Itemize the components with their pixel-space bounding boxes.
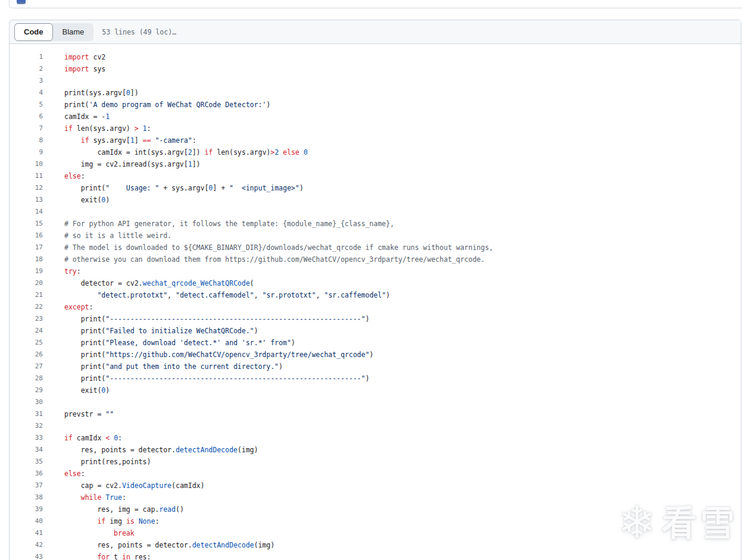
line-number[interactable]: 10 (10, 158, 43, 170)
code-line: 8 if sys.argv[1] == "-camera": (10, 134, 741, 146)
code-text: print("Please, download 'detect.*' and '… (43, 337, 295, 349)
code-text: cap = cv2.VideoCapture(camIdx) (43, 480, 204, 492)
line-number[interactable]: 3 (10, 75, 43, 87)
code-line: 4print(sys.argv[0]) (10, 87, 741, 99)
code-text: print("and put them into the current dir… (43, 361, 283, 373)
line-number[interactable]: 11 (10, 170, 43, 182)
line-number[interactable]: 1 (10, 51, 43, 63)
tab-code[interactable]: Code (14, 23, 53, 41)
code-text: camIdx = -1 (43, 111, 110, 123)
code-lines: 1import cv22import sys34print(sys.argv[0… (10, 44, 741, 560)
code-line: 20 detector = cv2.wechat_qrcode_WeChatQR… (10, 277, 741, 289)
line-number[interactable]: 2 (10, 63, 43, 75)
code-line: 14 (10, 206, 741, 218)
line-number[interactable]: 25 (10, 337, 43, 349)
line-number[interactable]: 42 (10, 539, 43, 551)
code-line: 17# The model is downloaded to ${CMAKE_B… (10, 242, 741, 254)
code-line: 31prevstr = "" (10, 408, 741, 420)
line-number[interactable]: 7 (10, 123, 43, 134)
code-text: res, img = cap.read() (43, 503, 184, 515)
line-number[interactable]: 27 (10, 361, 43, 373)
line-number[interactable]: 20 (10, 277, 43, 289)
line-number[interactable]: 36 (10, 468, 43, 480)
file-metadata: 53 lines (49 loc)… (102, 28, 176, 36)
line-number[interactable]: 12 (10, 182, 43, 194)
line-number[interactable]: 23 (10, 313, 43, 325)
line-number[interactable]: 17 (10, 242, 43, 254)
code-line: 43 for t in res: (10, 551, 741, 560)
code-text: detector = cv2.wechat_qrcode_WeChatQRCod… (43, 277, 254, 289)
code-line: 41 break (10, 527, 741, 539)
code-line: 21 "detect.prototxt", "detect.caffemodel… (10, 289, 741, 301)
code-text: else: (43, 468, 85, 480)
code-text: img = cv2.imread(sys.argv[1]) (43, 158, 201, 170)
line-number[interactable]: 37 (10, 480, 43, 492)
line-number[interactable]: 41 (10, 527, 43, 539)
code-line: 3 (10, 75, 741, 87)
line-number[interactable]: 35 (10, 456, 43, 468)
code-line: 24 print("Failed to initialize WeChatQRC… (10, 325, 741, 337)
line-number[interactable]: 13 (10, 194, 43, 206)
code-line: 28 print("------------------------------… (10, 373, 741, 384)
code-text: if sys.argv[1] == "-camera": (43, 134, 197, 146)
line-number[interactable]: 16 (10, 230, 43, 242)
code-line: 7if len(sys.argv) > 1: (10, 123, 741, 134)
line-number[interactable]: 18 (10, 254, 43, 265)
line-number[interactable]: 26 (10, 349, 43, 361)
code-blame-segmented-control: Code Blame (14, 23, 93, 41)
code-text: print("---------------------------------… (43, 373, 369, 384)
code-text: if img is None: (43, 515, 159, 527)
line-number[interactable]: 31 (10, 408, 43, 420)
line-number[interactable]: 43 (10, 551, 43, 560)
line-number[interactable]: 28 (10, 373, 43, 384)
line-number[interactable]: 40 (10, 515, 43, 527)
code-text: # so it is a little weird. (43, 230, 172, 242)
line-number[interactable]: 34 (10, 444, 43, 456)
code-text: if len(sys.argv) > 1: (43, 123, 151, 134)
code-text: # otherwise you can download them from h… (43, 254, 485, 265)
code-text: for t in res: (43, 551, 151, 560)
line-number[interactable]: 14 (10, 206, 43, 218)
line-number[interactable]: 30 (10, 396, 43, 408)
line-number[interactable]: 29 (10, 384, 43, 396)
previous-section-box (9, 0, 742, 8)
code-line: 29 exit(0) (10, 384, 741, 396)
line-number[interactable]: 8 (10, 134, 43, 146)
code-line: 12 print(" Usage: " + sys.argv[0] + " <i… (10, 182, 741, 194)
code-text: "detect.prototxt", "detect.caffemodel", … (43, 289, 390, 301)
code-text: import sys (43, 63, 105, 75)
code-line: 40 if img is None: (10, 515, 741, 527)
line-number[interactable]: 6 (10, 111, 43, 123)
line-number[interactable]: 15 (10, 218, 43, 230)
code-line: 32 (10, 420, 741, 432)
line-number[interactable]: 32 (10, 420, 43, 432)
code-line: 36else: (10, 468, 741, 480)
line-number[interactable]: 24 (10, 325, 43, 337)
code-line: 34 res, points = detector.detectAndDecod… (10, 444, 741, 456)
line-number[interactable]: 4 (10, 87, 43, 99)
code-text (43, 396, 64, 408)
code-line: 35 print(res,points) (10, 456, 741, 468)
line-number[interactable]: 9 (10, 146, 43, 158)
line-number[interactable]: 5 (10, 99, 43, 111)
code-line: 10 img = cv2.imread(sys.argv[1]) (10, 158, 741, 170)
code-text: except: (43, 301, 93, 313)
line-number[interactable]: 39 (10, 503, 43, 515)
page: Code Blame 53 lines (49 loc)… 1import cv… (0, 0, 742, 560)
line-number[interactable]: 21 (10, 289, 43, 301)
code-line: 9 camIdx = int(sys.argv[2]) if len(sys.a… (10, 146, 741, 158)
line-number[interactable]: 33 (10, 432, 43, 444)
code-text (43, 206, 64, 218)
tab-blame[interactable]: Blame (53, 23, 94, 41)
code-line: 15# For python API generator, it follows… (10, 218, 741, 230)
code-line: 30 (10, 396, 741, 408)
code-line: 22except: (10, 301, 741, 313)
code-text: print("---------------------------------… (43, 313, 369, 325)
code-text: while True: (43, 492, 126, 503)
code-line: 2import sys (10, 63, 741, 75)
code-line: 18# otherwise you can download them from… (10, 254, 741, 265)
line-number[interactable]: 38 (10, 492, 43, 503)
line-number[interactable]: 22 (10, 301, 43, 313)
code-line: 27 print("and put them into the current … (10, 361, 741, 373)
line-number[interactable]: 19 (10, 265, 43, 277)
